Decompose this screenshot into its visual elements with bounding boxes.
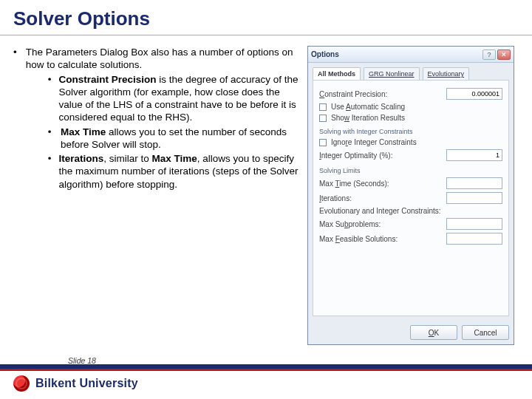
title-bar: Solver Options — [0, 0, 532, 35]
slide-footer: Bilkent University — [0, 364, 532, 399]
university-name: Bilkent University — [35, 377, 138, 390]
cancel-button[interactable]: Cancel — [462, 325, 509, 340]
label-evo-header: Evolutionary and Integer Constraints: — [319, 207, 502, 215]
group-header-limits: Solving Limits — [319, 167, 502, 174]
footer-row: Bilkent University — [0, 371, 532, 399]
bullet-dot: • — [13, 46, 17, 191]
row-integer-optimality: Integer Optimality (%): — [319, 149, 502, 161]
checkbox-auto-scaling[interactable] — [319, 103, 327, 111]
slide: Solver Options • The Parameters Dialog B… — [0, 0, 532, 399]
input-max-feasible[interactable] — [446, 233, 502, 245]
label-max-subproblems: Max Subproblems: — [319, 220, 442, 228]
input-constraint-precision[interactable] — [446, 88, 502, 100]
row-iterations: Iterations: — [319, 192, 502, 204]
label-integer-optimality: Integer Optimality (%): — [319, 151, 442, 160]
checkbox-show-iteration[interactable] — [319, 115, 327, 122]
input-max-subproblems[interactable] — [446, 218, 502, 230]
bullet-level2: • Constraint Precision is the degree of … — [48, 73, 301, 124]
text-column: • The Parameters Dialog Box also has a n… — [13, 46, 301, 345]
bullet-dot: • — [48, 73, 52, 124]
page-title: Solver Options — [13, 7, 519, 30]
input-max-time[interactable] — [446, 177, 502, 189]
label-show-iteration: Show Iteration Results — [331, 114, 502, 122]
tab-strip: All Methods GRG Nonlinear Evolutionary — [308, 63, 514, 80]
row-max-subproblems: Max Subproblems: — [319, 218, 502, 230]
row-max-time: Max Time (Seconds): — [319, 177, 502, 189]
group-integer-constraints: Solving with Integer Constraints Ignore … — [319, 128, 502, 161]
options-panel: Constraint Precision: Use Automatic Scal… — [313, 80, 509, 316]
term-iterations: Iterations — [58, 153, 103, 164]
row-evo-header: Evolutionary and Integer Constraints: — [319, 207, 502, 215]
tab-all-methods[interactable]: All Methods — [313, 67, 361, 80]
checkbox-ignore-integer[interactable] — [319, 139, 327, 146]
row-constraint-precision: Constraint Precision: — [319, 88, 502, 100]
university-logo-icon — [13, 375, 30, 392]
ok-button[interactable]: OK — [410, 325, 457, 340]
input-integer-optimality[interactable] — [446, 149, 502, 161]
term-max-time-ref: Max Time — [152, 153, 197, 164]
label-iterations: Iterations: — [319, 194, 442, 202]
label-constraint-precision: Constraint Precision: — [319, 90, 442, 98]
dialog-column: Options ? ✕ All Methods GRG Nonlinear Ev… — [307, 46, 514, 345]
label-max-feasible: Max Feasible Solutions: — [319, 235, 442, 243]
row-ignore-integer: Ignore Integer Constraints — [319, 138, 502, 146]
options-dialog: Options ? ✕ All Methods GRG Nonlinear Ev… — [307, 46, 514, 345]
row-max-feasible: Max Feasible Solutions: — [319, 233, 502, 245]
close-button[interactable]: ✕ — [497, 50, 511, 60]
bullet-level2: • Iterations, similar to Max Time, allow… — [48, 152, 301, 191]
tab-evolutionary[interactable]: Evolutionary — [423, 67, 470, 80]
bullet-dot: • — [48, 152, 52, 191]
bullet-level2: • Max Time allows you to set the number … — [48, 126, 301, 151]
term-constraint-precision: Constraint Precision — [58, 74, 156, 85]
help-button[interactable]: ? — [482, 50, 496, 60]
input-iterations[interactable] — [446, 192, 502, 204]
group-solving-limits: Solving Limits Max Time (Seconds): Itera… — [319, 167, 502, 245]
dialog-button-row: OK Cancel — [308, 321, 514, 344]
row-auto-scaling: Use Automatic Scaling — [319, 103, 502, 111]
mid-text: , similar to — [103, 153, 151, 164]
dialog-titlebar: Options ? ✕ — [308, 47, 514, 63]
group-header-integer: Solving with Integer Constraints — [319, 128, 502, 135]
dialog-title: Options — [311, 50, 481, 58]
bullet-level1: • The Parameters Dialog Box also has a n… — [13, 46, 301, 191]
bullet-dot: • — [48, 126, 53, 151]
row-show-iteration: Show Iteration Results — [319, 114, 502, 122]
intro-text: The Parameters Dialog Box also has a num… — [26, 47, 293, 70]
content-area: • The Parameters Dialog Box also has a n… — [0, 35, 532, 345]
label-max-time: Max Time (Seconds): — [319, 180, 442, 188]
label-auto-scaling: Use Automatic Scaling — [331, 103, 502, 111]
tab-grg-nonlinear[interactable]: GRG Nonlinear — [364, 67, 420, 80]
term-max-time: Max Time — [61, 126, 106, 137]
label-ignore-integer: Ignore Integer Constraints — [331, 138, 502, 146]
